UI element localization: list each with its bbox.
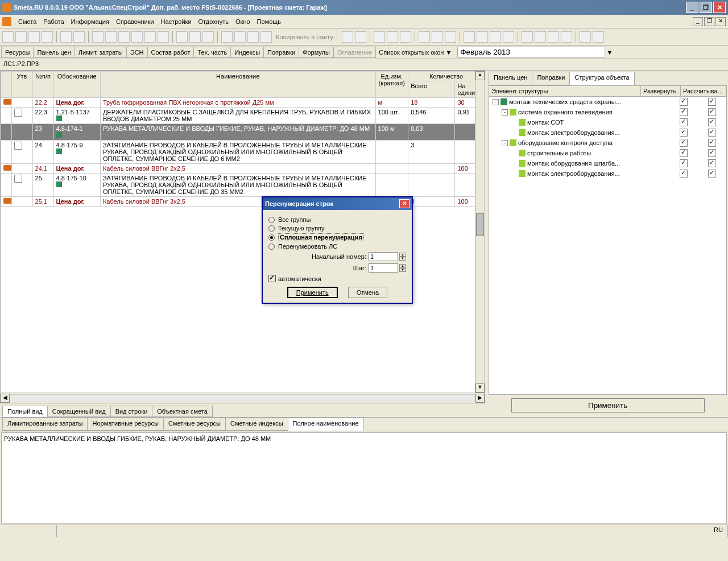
tree-expand-checkbox[interactable] bbox=[680, 118, 688, 126]
tb-icon[interactable] bbox=[105, 31, 117, 43]
tb-icon[interactable] bbox=[580, 31, 591, 43]
menu-rabota[interactable]: Работа bbox=[40, 17, 67, 26]
tree-calc-checkbox[interactable] bbox=[708, 159, 716, 167]
mdi-restore[interactable]: ❐ bbox=[704, 17, 714, 26]
col-qty-all[interactable]: Всего bbox=[408, 81, 455, 98]
horizontal-scrollbar[interactable]: ◀ ▶ bbox=[0, 393, 485, 403]
col-approved[interactable]: Утв bbox=[11, 72, 32, 98]
tb-icon[interactable] bbox=[374, 31, 385, 43]
btab-limited[interactable]: Лимитированные затраты bbox=[2, 418, 88, 431]
btab-estimate-res[interactable]: Сметные ресурсы bbox=[163, 418, 226, 431]
tb-icon[interactable] bbox=[503, 31, 514, 43]
radio-option[interactable]: Текущую группу bbox=[268, 225, 406, 232]
menu-rest[interactable]: Отдохнуть bbox=[195, 17, 233, 26]
radio-option[interactable]: Перенумеровать ЛС bbox=[268, 243, 406, 250]
open-windows-dropdown[interactable]: Список открытых окон ▼ bbox=[375, 47, 455, 57]
tree-calc-checkbox[interactable] bbox=[708, 139, 716, 147]
tree-expand-icon[interactable]: - bbox=[502, 140, 508, 146]
tree-item[interactable]: -монтаж технических средств охраны... bbox=[489, 97, 726, 107]
tree-item[interactable]: монтаж СОТ bbox=[489, 117, 726, 127]
app-menu-icon[interactable] bbox=[2, 17, 11, 26]
close-button[interactable]: ✕ bbox=[713, 2, 726, 13]
tree-item[interactable]: строительные работы bbox=[489, 148, 726, 158]
tree-expand-checkbox[interactable] bbox=[680, 129, 688, 137]
scrollbar-track[interactable] bbox=[10, 394, 475, 402]
tree-expand-checkbox[interactable] bbox=[680, 159, 688, 167]
tb-icon[interactable] bbox=[234, 31, 246, 43]
tb-icon[interactable] bbox=[548, 31, 559, 43]
spin-down-icon[interactable]: ▼ bbox=[399, 268, 406, 272]
tb-icon[interactable] bbox=[400, 31, 411, 43]
tab-corrections[interactable]: Поправки bbox=[263, 47, 299, 58]
tree-calc-checkbox[interactable] bbox=[708, 170, 716, 178]
menu-info[interactable]: Информация bbox=[68, 17, 113, 26]
tb-icon[interactable] bbox=[2, 31, 14, 43]
rtab-prices[interactable]: Панель цен bbox=[489, 72, 532, 85]
tb-icon[interactable] bbox=[522, 31, 533, 43]
radio-option[interactable]: Все группы bbox=[268, 216, 406, 223]
spin-up-icon[interactable]: ▲ bbox=[399, 253, 406, 257]
tb-icon[interactable] bbox=[593, 31, 604, 43]
tb-icon[interactable] bbox=[387, 31, 398, 43]
tree-expand-checkbox[interactable] bbox=[680, 108, 688, 116]
tb-icon[interactable] bbox=[118, 31, 130, 43]
dialog-apply-button[interactable]: Применить bbox=[287, 287, 338, 298]
tb-icon[interactable] bbox=[15, 31, 27, 43]
table-row[interactable]: 22,31.21-5-1137ДЕРЖАТЕЛИ ПЛАСТИКОВЫЕ С З… bbox=[1, 108, 485, 124]
view-short[interactable]: Сокращенный вид bbox=[47, 406, 111, 417]
tb-icon[interactable] bbox=[131, 31, 143, 43]
tab-resources[interactable]: Ресурсы bbox=[1, 47, 34, 58]
toolbar-copy-label[interactable]: Копировать в смету... bbox=[274, 34, 340, 40]
col-unit[interactable]: Ед.изм. (краткая) bbox=[375, 72, 408, 98]
tab-esn[interactable]: ЭСН bbox=[126, 47, 148, 58]
tab-prices[interactable]: Панель цен bbox=[33, 47, 75, 58]
mdi-minimize[interactable]: _ bbox=[693, 17, 703, 26]
date-dropdown-icon[interactable]: ▼ bbox=[606, 49, 613, 56]
tree-item[interactable]: монтаж оборудования шлагба... bbox=[489, 158, 726, 168]
tree-calc-checkbox[interactable] bbox=[708, 118, 716, 126]
tb-icon[interactable] bbox=[73, 31, 85, 43]
tree-item[interactable]: -система охранного телевидения bbox=[489, 107, 726, 117]
tab-tech[interactable]: Тех. часть bbox=[193, 47, 231, 58]
col-basis[interactable]: Обоснование bbox=[53, 72, 100, 98]
approve-checkbox[interactable] bbox=[14, 125, 22, 133]
dialog-cancel-button[interactable]: Отмена bbox=[348, 287, 387, 298]
tab-indices[interactable]: Индексы bbox=[230, 47, 264, 58]
btab-estimate-idx[interactable]: Сметные индексы bbox=[225, 418, 288, 431]
start-number-input[interactable] bbox=[369, 252, 398, 261]
tree-col-element[interactable]: Элемент структуры bbox=[489, 86, 641, 96]
tree-col-expand[interactable]: Развернуть bbox=[641, 86, 681, 96]
tb-icon[interactable] bbox=[158, 31, 169, 43]
apply-structure-button[interactable]: Применить bbox=[511, 398, 705, 412]
tb-icon[interactable] bbox=[490, 31, 501, 43]
tree-col-calc[interactable]: Рассчитыва... bbox=[681, 86, 726, 96]
tab-limit[interactable]: Лимит. затраты bbox=[75, 47, 127, 58]
structure-tree[interactable]: Элемент структуры Развернуть Рассчитыва.… bbox=[489, 85, 727, 395]
tree-calc-checkbox[interactable] bbox=[708, 108, 716, 116]
tb-icon[interactable] bbox=[432, 31, 443, 43]
date-field[interactable] bbox=[457, 47, 605, 57]
minimize-button[interactable]: _ bbox=[686, 2, 698, 13]
tb-icon[interactable] bbox=[92, 31, 104, 43]
tb-icon[interactable] bbox=[535, 31, 546, 43]
tree-expand-checkbox[interactable] bbox=[680, 98, 688, 106]
scroll-down-icon[interactable]: ▼ bbox=[475, 383, 485, 393]
mdi-close[interactable]: ✕ bbox=[715, 17, 726, 26]
auto-checkbox[interactable] bbox=[268, 275, 276, 282]
step-input[interactable] bbox=[369, 263, 398, 273]
tb-icon[interactable] bbox=[561, 31, 572, 43]
tree-expand-icon[interactable]: - bbox=[493, 99, 499, 105]
radio-option[interactable]: Сплошная перенумерация bbox=[268, 233, 406, 241]
tb-icon[interactable] bbox=[445, 31, 456, 43]
menu-window[interactable]: Окно bbox=[232, 17, 254, 26]
tb-icon[interactable] bbox=[144, 31, 156, 43]
scroll-right-icon[interactable]: ▶ bbox=[475, 394, 485, 403]
tree-item[interactable]: -оборудование контроля доступа bbox=[489, 138, 726, 148]
tab-formulas[interactable]: Формулы bbox=[299, 47, 334, 58]
tb-icon[interactable] bbox=[202, 31, 214, 43]
scroll-up-icon[interactable]: ▲ bbox=[475, 71, 485, 80]
scroll-left-icon[interactable]: ◀ bbox=[1, 394, 10, 403]
view-full[interactable]: Полный вид bbox=[2, 406, 48, 417]
approve-checkbox[interactable] bbox=[14, 109, 22, 117]
tree-calc-checkbox[interactable] bbox=[708, 98, 716, 106]
